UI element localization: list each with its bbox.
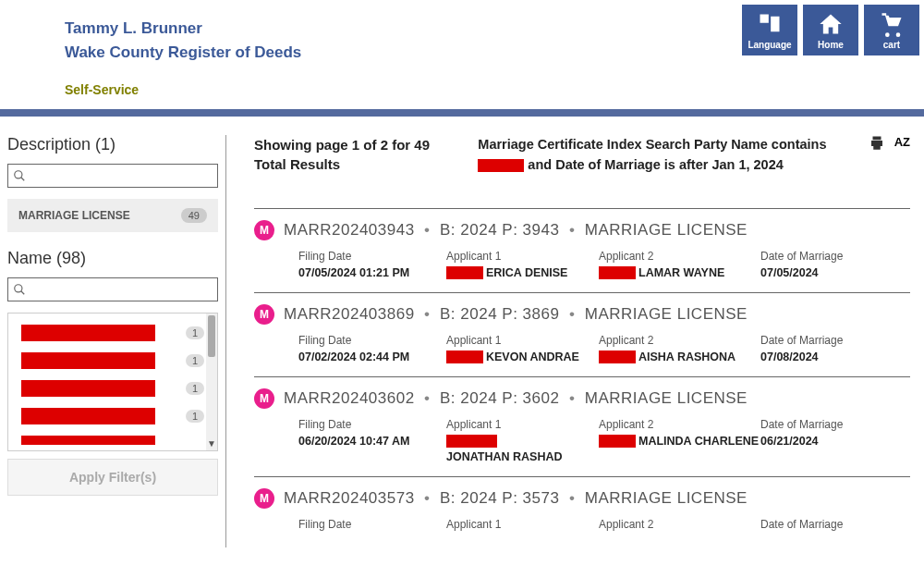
name-item[interactable]: [12, 430, 213, 445]
filter-label: MARRIAGE LICENSE: [18, 209, 130, 222]
applicant2-label: Applicant 2: [599, 418, 760, 431]
applicant2-value: AISHA RASHONA: [599, 350, 760, 363]
name-list: 1 1 1 1 ▼: [7, 313, 218, 451]
filing-date-value: 07/02/2024 02:44 PM: [298, 350, 446, 363]
self-service-label: Self-Service: [65, 82, 859, 97]
redacted-name: [21, 352, 155, 369]
applicant1-col: Applicant 1: [446, 518, 599, 535]
scroll-down-icon[interactable]: ▼: [207, 438, 216, 449]
print-icon: [869, 135, 885, 152]
home-button[interactable]: Home: [803, 5, 858, 55]
result-title: MARR202403869 • B: 2024 P: 3869 • MARRIA…: [284, 305, 748, 324]
nav-buttons: Language Home cart: [742, 5, 919, 55]
name-title: Name (98): [7, 249, 218, 268]
applicant2-label: Applicant 2: [599, 518, 760, 531]
applicant2-col: Applicant 2 LAMAR WAYNE: [599, 250, 760, 279]
date-marriage-label: Date of Marriage: [760, 334, 908, 347]
name-item[interactable]: 1: [12, 347, 213, 375]
name-count: 1: [186, 382, 204, 395]
print-button[interactable]: [869, 135, 885, 155]
result-details: Filing Date 06/20/2024 10:47 AM Applican…: [254, 418, 910, 463]
scrollbar-thumb[interactable]: [208, 315, 215, 357]
date-marriage-value: 07/05/2024: [760, 266, 908, 279]
redacted-term: [478, 159, 524, 172]
applicant1-label: Applicant 1: [446, 250, 599, 263]
date-marriage-label: Date of Marriage: [760, 418, 908, 431]
result-item[interactable]: M MARR202403573 • B: 2024 P: 3573 • MARR…: [254, 476, 910, 547]
name-item[interactable]: 1: [12, 402, 213, 430]
name-item[interactable]: 1: [12, 319, 213, 347]
page-title: Tammy L. Brunner Wake County Register of…: [65, 17, 859, 64]
marriage-badge: M: [254, 488, 274, 509]
applicant2-col: Applicant 2: [599, 518, 760, 535]
cart-label: cart: [883, 40, 900, 50]
redacted-name: [21, 325, 155, 341]
result-actions: AZ: [869, 135, 910, 155]
home-label: Home: [818, 40, 844, 50]
content: Showing page 1 of 2 for 49 Total Results…: [240, 135, 924, 547]
filing-date-col: Filing Date 06/20/2024 10:47 AM: [298, 418, 446, 463]
result-item[interactable]: M MARR202403602 • B: 2024 P: 3602 • MARR…: [254, 376, 910, 476]
applicant2-value: MALINDA CHARLENE: [599, 435, 760, 448]
applicant1-value: JONATHAN RASHAD: [446, 435, 599, 463]
main: Description (1) MARRIAGE LICENSE 49 Name…: [0, 117, 924, 547]
cart-button[interactable]: cart: [864, 5, 919, 55]
search-icon: [13, 283, 26, 296]
filing-date-col: Filing Date 07/02/2024 02:44 PM: [298, 334, 446, 363]
applicant1-col: Applicant 1 JONATHAN RASHAD: [446, 418, 599, 463]
result-item[interactable]: M MARR202403943 • B: 2024 P: 3943 • MARR…: [254, 208, 910, 292]
name-item[interactable]: 1: [12, 375, 213, 402]
applicant2-col: Applicant 2 MALINDA CHARLENE: [599, 418, 760, 463]
result-header: M MARR202403943 • B: 2024 P: 3943 • MARR…: [254, 220, 910, 240]
svg-point-1: [15, 285, 22, 292]
filing-date-value: 06/20/2024 10:47 AM: [298, 435, 446, 448]
date-marriage-col: Date of Marriage 06/21/2024: [760, 418, 908, 463]
applicant1-col: Applicant 1 KEVON ANDRAE: [446, 334, 599, 363]
filing-date-label: Filing Date: [298, 250, 446, 263]
redacted-name: [21, 408, 155, 424]
description-section: Description (1) MARRIAGE LICENSE 49: [7, 135, 218, 232]
search-description: Marriage Certificate Index Search Party …: [478, 135, 847, 176]
applicant2-col: Applicant 2 AISHA RASHONA: [599, 334, 760, 363]
redacted-name: [21, 380, 155, 397]
sort-button[interactable]: AZ: [894, 135, 910, 155]
filter-marriage-license[interactable]: MARRIAGE LICENSE 49: [7, 199, 218, 232]
description-title: Description (1): [7, 135, 218, 154]
description-search-input[interactable]: [30, 169, 213, 182]
description-search[interactable]: [7, 164, 218, 188]
result-title: MARR202403602 • B: 2024 P: 3602 • MARRIA…: [284, 389, 748, 408]
name-count: 1: [186, 326, 204, 339]
sort-az-label: AZ: [894, 135, 910, 149]
results-count: Showing page 1 of 2 for 49 Total Results: [254, 135, 457, 174]
name-search-input[interactable]: [30, 283, 213, 296]
filter-count: 49: [181, 208, 207, 223]
apply-filters-button[interactable]: Apply Filter(s): [7, 459, 218, 496]
svg-point-0: [15, 171, 22, 178]
search-desc-part2: and Date of Marriage is after Jan 1, 202…: [524, 157, 783, 172]
name-count: 1: [186, 354, 204, 367]
name-search[interactable]: [7, 277, 218, 301]
date-marriage-col: Date of Marriage 07/08/2024: [760, 334, 908, 363]
applicant2-label: Applicant 2: [599, 250, 760, 263]
result-item[interactable]: M MARR202403869 • B: 2024 P: 3869 • MARR…: [254, 292, 910, 376]
name-count: 1: [186, 410, 204, 423]
result-title: MARR202403943 • B: 2024 P: 3943 • MARRIA…: [284, 221, 748, 240]
filing-date-col: Filing Date: [298, 518, 446, 535]
marriage-badge: M: [254, 388, 274, 409]
name-section: Name (98) 1 1 1: [7, 249, 218, 496]
date-marriage-label: Date of Marriage: [760, 250, 908, 263]
office-name: Wake County Register of Deeds: [65, 41, 859, 65]
language-button[interactable]: Language: [742, 5, 797, 55]
applicant1-value: KEVON ANDRAE: [446, 350, 599, 363]
marriage-badge: M: [254, 304, 274, 325]
filing-date-col: Filing Date 07/05/2024 01:21 PM: [298, 250, 446, 279]
scrollbar[interactable]: ▼: [206, 314, 217, 450]
applicant1-label: Applicant 1: [446, 334, 599, 347]
filing-date-label: Filing Date: [298, 418, 446, 431]
filing-date-value: 07/05/2024 01:21 PM: [298, 266, 446, 279]
header: Tammy L. Brunner Wake County Register of…: [0, 0, 924, 105]
result-title: MARR202403573 • B: 2024 P: 3573 • MARRIA…: [284, 489, 748, 508]
result-details: Filing Date 07/02/2024 02:44 PM Applican…: [254, 334, 910, 363]
content-header: Showing page 1 of 2 for 49 Total Results…: [254, 135, 910, 176]
language-icon: [756, 11, 784, 37]
